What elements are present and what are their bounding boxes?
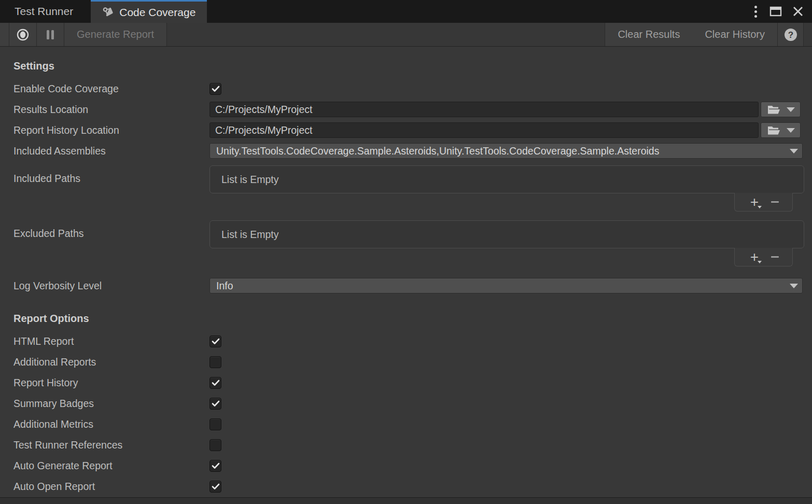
- close-icon[interactable]: [792, 6, 804, 17]
- code-coverage-icon: [102, 6, 114, 18]
- report-option-label: Test Runner References: [13, 439, 209, 451]
- report-option-checkbox[interactable]: [209, 418, 221, 430]
- window-menu-icon[interactable]: [752, 4, 759, 20]
- window-controls: [752, 0, 812, 23]
- included-paths-list-footer: +: [734, 193, 793, 212]
- report-option-label: Additional Metrics: [13, 418, 209, 430]
- maximize-icon[interactable]: [769, 6, 782, 17]
- settings-header: Settings: [13, 60, 812, 72]
- included-paths-list[interactable]: List is Empty: [209, 165, 804, 193]
- report-option-row: Auto Generate Report: [13, 455, 812, 476]
- tab-bar: Test Runner Code Coverage: [0, 0, 812, 23]
- report-history-location-input[interactable]: C:/Projects/MyProject: [209, 122, 759, 138]
- report-history-location-label: Report History Location: [13, 124, 209, 136]
- excluded-paths-list[interactable]: List is Empty: [209, 220, 804, 248]
- report-option-row: Test Runner References: [13, 435, 812, 455]
- results-location-browse-button[interactable]: [761, 102, 801, 117]
- included-paths-row: Included Paths List is Empty +: [13, 165, 812, 220]
- toolbar-left-pad: [0, 23, 9, 46]
- report-option-row: Auto Open Report: [13, 476, 812, 497]
- clear-history-button[interactable]: Clear History: [692, 23, 778, 46]
- toolbar-right-pad: [804, 23, 812, 46]
- main-panel: Settings Enable Code Coverage Results Lo…: [0, 47, 812, 497]
- report-option-label: HTML Report: [13, 335, 209, 347]
- report-option-checkbox[interactable]: [209, 439, 221, 451]
- report-history-location-browse-button[interactable]: [761, 122, 801, 138]
- report-option-row: HTML Report: [13, 331, 812, 352]
- report-option-checkbox[interactable]: [209, 398, 221, 410]
- log-verbosity-value: Info: [216, 280, 233, 292]
- folder-dropdown-arrow-icon: [787, 107, 795, 112]
- included-assemblies-value: Unity.TestTools.CodeCoverage.Sample.Aste…: [216, 145, 659, 157]
- report-option-label: Summary Badges: [13, 398, 209, 410]
- help-icon: ?: [783, 27, 798, 42]
- included-paths-empty-text: List is Empty: [221, 174, 279, 186]
- add-excluded-path-button[interactable]: +: [748, 250, 761, 264]
- tab-code-coverage-label: Code Coverage: [119, 6, 195, 19]
- log-verbosity-label: Log Verbosity Level: [13, 280, 209, 292]
- included-paths-label: Included Paths: [13, 165, 209, 185]
- excluded-paths-empty-text: List is Empty: [221, 229, 279, 241]
- report-option-label: Auto Generate Report: [13, 460, 209, 472]
- svg-text:?: ?: [788, 30, 793, 39]
- plus-dropdown-caret-icon: [758, 261, 762, 263]
- chevron-down-icon: [790, 284, 798, 288]
- report-option-checkbox[interactable]: [209, 356, 221, 368]
- report-options-header: Report Options: [13, 313, 812, 325]
- excluded-paths-label: Excluded Paths: [13, 220, 209, 240]
- report-option-checkbox[interactable]: [209, 335, 221, 347]
- report-option-label: Auto Open Report: [13, 481, 209, 493]
- toolbar: Generate Report Clear Results Clear Hist…: [0, 23, 812, 47]
- enable-code-coverage-row: Enable Code Coverage: [13, 78, 812, 99]
- enable-code-coverage-checkbox[interactable]: [209, 83, 221, 95]
- folder-dropdown-arrow-icon: [787, 128, 795, 133]
- excluded-paths-list-footer: +: [734, 248, 793, 267]
- included-assemblies-row: Included Assemblies Unity.TestTools.Code…: [13, 141, 812, 161]
- report-option-label: Report History: [13, 377, 209, 389]
- report-option-row: Additional Reports: [13, 352, 812, 372]
- add-included-path-button[interactable]: +: [748, 195, 761, 209]
- tab-test-runner-label: Test Runner: [15, 5, 73, 18]
- pause-button[interactable]: [37, 23, 64, 46]
- results-location-row: Results Location C:/Projects/MyProject: [13, 99, 812, 120]
- pause-icon: [45, 29, 55, 40]
- remove-included-path-button[interactable]: [771, 201, 779, 203]
- report-option-row: Report History: [13, 372, 812, 393]
- included-assemblies-dropdown[interactable]: Unity.TestTools.CodeCoverage.Sample.Aste…: [209, 143, 803, 159]
- toolbar-spacer: [167, 23, 605, 46]
- enable-code-coverage-label: Enable Code Coverage: [13, 83, 209, 95]
- report-option-checkbox[interactable]: [209, 481, 221, 493]
- report-option-checkbox[interactable]: [209, 377, 221, 389]
- folder-open-icon: [767, 125, 781, 136]
- remove-excluded-path-button[interactable]: [771, 256, 779, 258]
- record-icon: [16, 27, 30, 42]
- log-verbosity-dropdown[interactable]: Info: [209, 278, 803, 293]
- report-option-row: Summary Badges: [13, 393, 812, 414]
- results-location-input[interactable]: C:/Projects/MyProject: [209, 102, 759, 117]
- report-options-list: HTML Report Additional Reports: [13, 331, 812, 497]
- report-option-label: Additional Reports: [13, 356, 209, 368]
- record-button[interactable]: [9, 23, 37, 46]
- report-option-checkbox[interactable]: [209, 460, 221, 472]
- report-option-row: Additional Metrics: [13, 414, 812, 435]
- code-coverage-window: Test Runner Code Coverage: [0, 0, 812, 504]
- generate-report-button[interactable]: Generate Report: [64, 23, 167, 46]
- report-history-location-row: Report History Location C:/Projects/MyPr…: [13, 120, 812, 141]
- window-bottom-strip: [0, 497, 812, 504]
- help-button[interactable]: ?: [778, 23, 804, 46]
- tab-code-coverage[interactable]: Code Coverage: [91, 0, 207, 23]
- results-location-label: Results Location: [13, 104, 209, 116]
- included-assemblies-label: Included Assemblies: [13, 145, 209, 157]
- log-verbosity-row: Log Verbosity Level Info: [13, 275, 812, 296]
- clear-results-button[interactable]: Clear Results: [605, 23, 692, 46]
- excluded-paths-row: Excluded Paths List is Empty +: [13, 220, 812, 275]
- chevron-down-icon: [790, 149, 798, 153]
- plus-dropdown-caret-icon: [758, 206, 762, 208]
- folder-open-icon: [767, 104, 781, 115]
- tab-test-runner[interactable]: Test Runner: [0, 0, 88, 23]
